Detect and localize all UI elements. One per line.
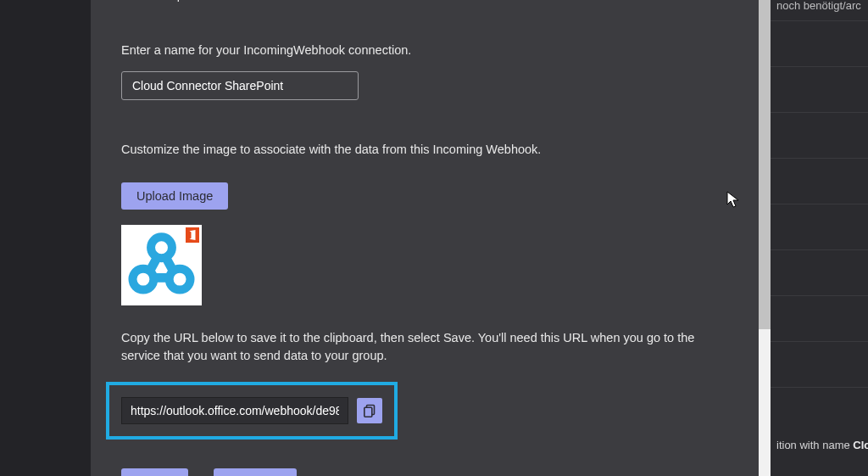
scrollbar-track[interactable]: [759, 0, 771, 476]
svg-point-1: [132, 269, 153, 290]
webhook-image-preview: [121, 225, 202, 305]
url-highlight-region: [106, 382, 398, 440]
upload-image-button[interactable]: Upload Image: [121, 182, 228, 210]
url-instruction-label: Copy the URL below to save it to the cli…: [121, 329, 728, 365]
intro-text: that's compatible with the Office 365 co…: [121, 0, 728, 4]
background-text-top: noch benötigt/arc: [776, 0, 861, 12]
copy-url-button[interactable]: [357, 398, 382, 423]
action-buttons-row: Done Remove: [121, 468, 728, 476]
viewport-left-spacer: [0, 0, 91, 476]
webhook-url-field[interactable]: [121, 397, 348, 424]
svg-point-2: [170, 269, 191, 290]
svg-point-0: [151, 237, 172, 258]
name-label: Enter a name for your IncomingWebhook co…: [121, 42, 728, 59]
scrollbar-thumb[interactable]: [759, 0, 771, 329]
background-channel-panel: noch benötigt/arc ition with name Cloud: [771, 0, 868, 476]
background-divider-rows: [771, 20, 868, 433]
remove-button[interactable]: Remove: [214, 468, 297, 476]
svg-rect-4: [364, 407, 372, 417]
image-label: Customize the image to associate with th…: [121, 141, 728, 159]
office-badge-icon: [186, 227, 199, 243]
connector-format-link[interactable]: Office 365 connector format: [262, 0, 414, 2]
webhook-name-input[interactable]: [121, 71, 359, 100]
dialog-content: that's compatible with the Office 365 co…: [91, 0, 759, 476]
background-text-bottom: ition with name Cloud: [776, 439, 868, 451]
done-button[interactable]: Done: [121, 468, 188, 476]
webhook-config-dialog: that's compatible with the Office 365 co…: [91, 0, 771, 476]
copy-icon: [363, 404, 376, 417]
